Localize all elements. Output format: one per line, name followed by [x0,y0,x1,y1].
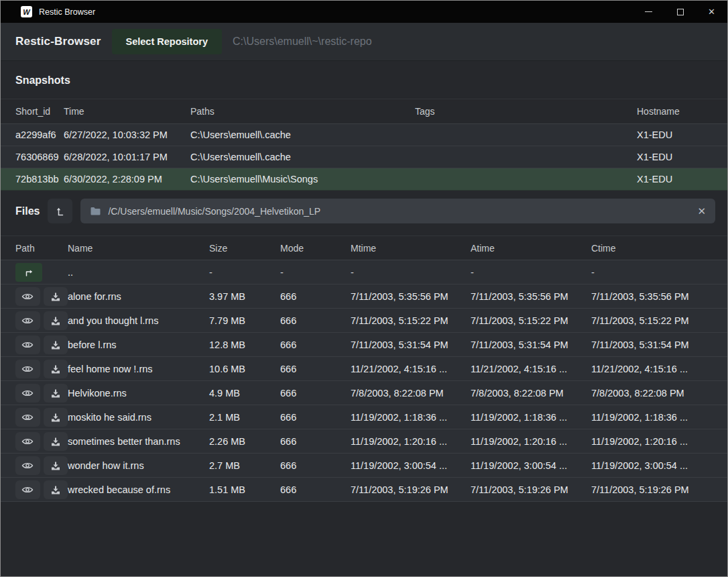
clear-path-icon[interactable]: ✕ [697,206,706,216]
file-ctime: - [591,267,727,278]
file-atime: 7/11/2003, 5:35:56 PM [471,291,591,302]
file-name: Helvikone.rns [68,388,209,399]
file-name: feel home now !.rns [68,364,209,374]
file-mode: 666 [280,388,351,399]
titlebar: W Restic Browser ✕ [1,1,727,23]
download-button[interactable] [44,456,68,475]
snapshot-row[interactable]: 76306869 6/28/2022, 10:01:17 PM C:\Users… [1,146,727,168]
download-button[interactable] [44,335,68,354]
col-time: Time [64,106,190,117]
snapshot-time: 6/28/2022, 10:01:17 PM [64,152,190,162]
download-button[interactable] [44,360,68,378]
file-mtime: 7/11/2003, 5:15:22 PM [351,315,471,326]
file-size: 12.8 MB [209,339,280,350]
col-paths: Paths [190,106,415,117]
col-ctime: Ctime [591,243,727,254]
current-path-text: /C/Users/emuell/Music/Songs/2004_Helveti… [108,206,690,217]
download-button[interactable] [44,432,68,451]
col-tags: Tags [415,106,637,117]
download-icon [50,315,61,326]
file-mtime: 7/11/2003, 5:35:56 PM [351,291,471,302]
go-to-root-button[interactable] [48,199,72,223]
minimize-button[interactable] [633,1,664,23]
snapshots-table-header: Short_id Time Paths Tags Hostname [1,99,727,124]
turn-up-right-icon [23,267,34,278]
eye-icon [21,364,34,374]
file-name: moskito he said.rns [68,412,209,423]
level-up-icon [55,206,66,217]
snapshot-time: 6/27/2022, 10:03:32 PM [64,129,190,140]
file-mode: 666 [280,484,351,495]
file-size: 10.6 MB [209,364,280,374]
files-heading: Files [15,205,40,217]
app-header: Restic-Browser Select Repository C:\User… [1,23,727,61]
file-mtime: 11/19/2002, 1:20:16 ... [351,436,471,447]
snapshot-hostname: X1-EDU [637,152,727,162]
download-icon [50,291,61,302]
file-ctime: 7/11/2003, 5:35:56 PM [591,291,727,302]
file-mode: 666 [280,339,351,350]
file-row: Helvikone.rns 4.9 MB 666 7/8/2003, 8:22:… [1,381,727,405]
preview-button[interactable] [15,311,40,330]
file-mtime: 11/21/2002, 4:15:16 ... [351,364,471,374]
preview-button[interactable] [15,360,40,378]
preview-button[interactable] [15,384,40,403]
maximize-button[interactable] [664,1,696,23]
file-ctime: 11/19/2002, 1:20:16 ... [591,436,727,447]
file-ctime: 11/19/2002, 1:18:36 ... [591,412,727,423]
snapshot-paths: C:\Users\emuell\.cache [190,152,415,162]
download-button[interactable] [44,287,68,306]
download-button[interactable] [44,408,68,427]
file-ctime: 7/11/2003, 5:31:54 PM [591,339,727,350]
app-window: W Restic Browser ✕ Restic-Browser Select… [0,0,728,577]
file-size: 2.26 MB [209,436,280,447]
close-button[interactable]: ✕ [696,1,727,23]
parent-directory-row: .. - - - - - [1,260,727,284]
preview-button[interactable] [15,287,40,306]
download-icon [50,412,61,423]
snapshots-heading: Snapshots [1,61,727,99]
file-ctime: 7/11/2003, 5:15:22 PM [591,315,727,326]
close-icon: ✕ [708,7,715,17]
file-size: 7.79 MB [209,315,280,326]
file-size: 4.9 MB [209,388,280,399]
current-path-input[interactable]: /C/Users/emuell/Music/Songs/2004_Helveti… [80,199,715,223]
page-title: Restic-Browser [15,35,101,48]
download-button[interactable] [44,384,68,403]
file-row: wrecked because of.rns 1.51 MB 666 7/11/… [1,478,727,502]
file-row: sometimes better than.rns 2.26 MB 666 11… [1,429,727,454]
select-repository-button[interactable]: Select Repository [112,29,223,54]
snapshot-time: 6/30/2022, 2:28:09 PM [64,174,190,185]
file-mode: 666 [280,291,351,302]
download-button[interactable] [44,311,68,330]
file-atime: 11/19/2002, 1:20:16 ... [471,436,591,447]
snapshot-short-id: 72b813bb [1,174,64,185]
snapshot-row[interactable]: a2299af6 6/27/2022, 10:03:32 PM C:\Users… [1,124,727,146]
file-mtime: 11/19/2002, 3:00:54 ... [351,460,471,471]
file-mode: 666 [280,436,351,447]
preview-button[interactable] [15,408,40,427]
preview-button[interactable] [15,456,40,475]
file-mode: 666 [280,460,351,471]
file-ctime: 11/19/2002, 3:00:54 ... [591,460,727,471]
preview-button[interactable] [15,480,40,499]
file-size: 2.7 MB [209,460,280,471]
file-name: sometimes better than.rns [68,436,209,447]
col-hostname: Hostname [637,106,727,117]
folder-icon [90,206,101,216]
download-button[interactable] [44,480,68,499]
file-atime: 7/11/2003, 5:19:26 PM [471,484,591,495]
snapshot-hostname: X1-EDU [637,174,727,185]
file-mode: 666 [280,315,351,326]
col-path: Path [1,243,68,254]
snapshot-row-selected[interactable]: 72b813bb 6/30/2022, 2:28:09 PM C:\Users\… [1,168,727,191]
eye-icon [21,413,34,422]
file-name: alone for.rns [68,291,209,302]
file-row: moskito he said.rns 2.1 MB 666 11/19/200… [1,405,727,429]
preview-button[interactable] [15,335,40,354]
file-atime: 7/11/2003, 5:31:54 PM [471,339,591,350]
file-atime: 7/11/2003, 5:15:22 PM [471,315,591,326]
go-up-button[interactable] [15,263,42,282]
file-mtime: - [351,267,471,278]
preview-button[interactable] [15,432,40,451]
